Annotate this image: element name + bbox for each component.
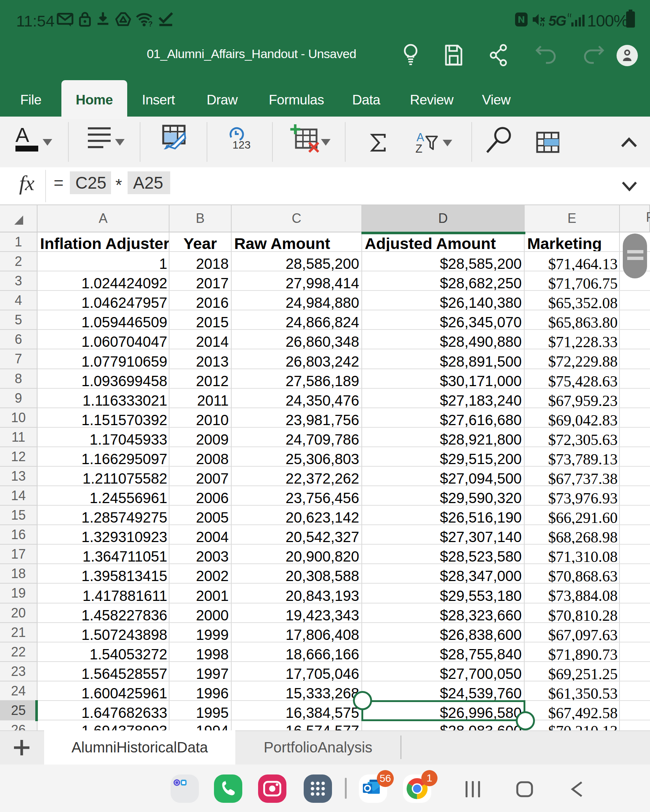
svg-text:?: ?	[148, 20, 153, 27]
svg-text:123: 123	[232, 139, 250, 151]
